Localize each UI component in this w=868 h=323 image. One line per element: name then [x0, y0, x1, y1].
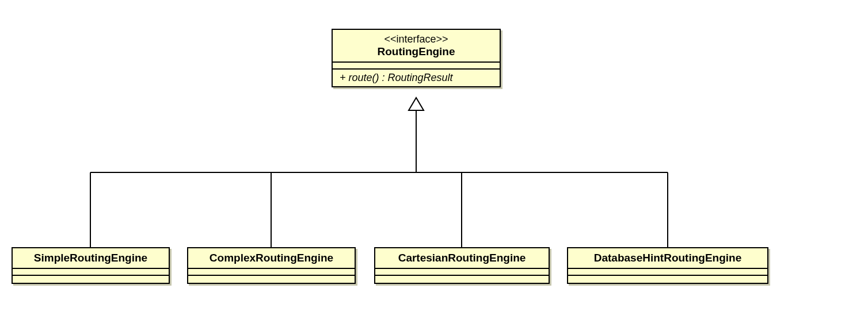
- uml-class-complex: ComplexRoutingEngine: [187, 247, 356, 284]
- operations-compartment: [568, 276, 767, 283]
- class-header: DatabaseHintRoutingEngine: [568, 248, 767, 269]
- generalization-arrowhead: [409, 98, 424, 110]
- interface-name: RoutingEngine: [341, 45, 492, 58]
- uml-interface-header: <<interface>> RoutingEngine: [333, 30, 500, 63]
- attributes-compartment: [568, 269, 767, 276]
- operation-text: + route() : RoutingResult: [340, 72, 453, 83]
- uml-class-simple: SimpleRoutingEngine: [12, 247, 170, 284]
- uml-interface-box: <<interface>> RoutingEngine + route() : …: [332, 29, 501, 87]
- class-header: CartesianRoutingEngine: [375, 248, 549, 269]
- attributes-compartment: [333, 63, 500, 70]
- class-name-complex: ComplexRoutingEngine: [196, 252, 347, 264]
- operations-compartment: + route() : RoutingResult: [333, 70, 500, 86]
- class-name-cartesian: CartesianRoutingEngine: [383, 252, 540, 264]
- operations-compartment: [13, 276, 169, 283]
- class-name-dbhint: DatabaseHintRoutingEngine: [576, 252, 759, 264]
- operations-compartment: [188, 276, 355, 283]
- attributes-compartment: [13, 269, 169, 276]
- attributes-compartment: [188, 269, 355, 276]
- attributes-compartment: [375, 269, 549, 276]
- class-header: ComplexRoutingEngine: [188, 248, 355, 269]
- class-header: SimpleRoutingEngine: [13, 248, 169, 269]
- svg-marker-0: [409, 98, 424, 110]
- stereotype-label: <<interface>>: [341, 33, 492, 45]
- uml-class-dbhint: DatabaseHintRoutingEngine: [567, 247, 768, 284]
- class-name-simple: SimpleRoutingEngine: [21, 252, 161, 264]
- operations-compartment: [375, 276, 549, 283]
- uml-class-cartesian: CartesianRoutingEngine: [374, 247, 550, 284]
